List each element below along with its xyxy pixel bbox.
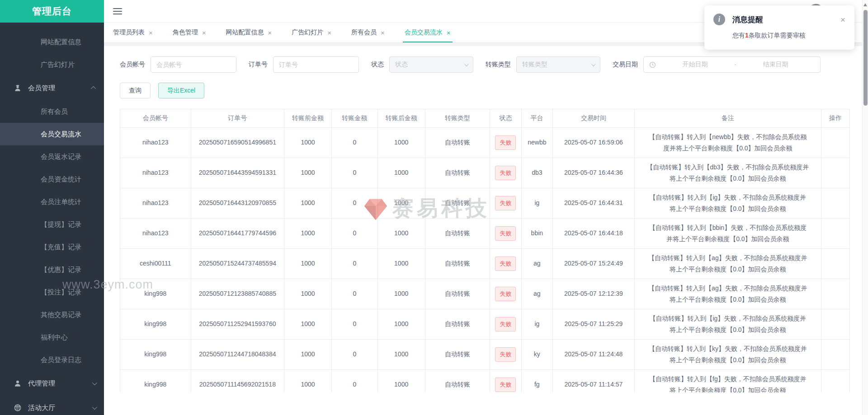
tab-5[interactable]: 会员交易流水× — [405, 23, 451, 42]
vertical-scrollbar[interactable] — [862, 0, 868, 415]
sidebar-section-2[interactable]: 会员管理 — [0, 76, 104, 100]
sidebar-item-13[interactable]: 福利中心 — [0, 326, 104, 349]
close-icon[interactable]: × — [840, 15, 845, 24]
chevron-down-icon — [591, 62, 596, 66]
export-excel-button[interactable]: 导出Excel — [158, 83, 204, 98]
sidebar-item-3[interactable]: 所有会员 — [0, 100, 104, 123]
cell-time: 2025-05-07 11:24:48 — [553, 340, 635, 370]
query-button[interactable]: 查询 — [120, 83, 151, 98]
status-select[interactable]: 状态 — [389, 56, 473, 73]
cell-account: king998 — [120, 370, 191, 393]
cell-status: 失败 — [490, 158, 521, 188]
cell-action — [821, 370, 849, 393]
sidebar-item-8[interactable]: 【提现】记录 — [0, 213, 104, 236]
activity-hall-icon — [14, 404, 22, 412]
app-title: 管理后台 — [0, 0, 104, 23]
sidebar-item-1[interactable]: 广告幻灯片 — [0, 53, 104, 76]
status-badge: 失败 — [495, 378, 516, 392]
date-range-picker[interactable]: 开始日期 - 结束日期 — [643, 56, 821, 73]
sidebar-nav: 网站配置信息广告幻灯片会员管理所有会员会员交易流水会员返水记录会员资金统计会员注… — [0, 23, 104, 415]
cell-after_amount: 1000 — [377, 128, 425, 158]
cell-account: nihao123 — [120, 188, 191, 219]
status-badge: 失败 — [495, 166, 516, 180]
status-label: 状态 — [371, 61, 384, 69]
tab-label: 管理员列表 — [113, 28, 145, 37]
close-icon[interactable]: × — [149, 29, 153, 37]
sidebar-section-16[interactable]: 活动大厅 — [0, 396, 104, 415]
column-header: 会员帐号 — [120, 109, 191, 128]
cell-order: 2025050711145692021518 — [191, 370, 284, 393]
cell-remark: 【自动转账】转入到【bbin】失败，不扣除会员系统额度并将上个平台剩余额度【0.… — [634, 219, 821, 249]
column-header: 备注 — [634, 109, 821, 128]
menu-toggle-icon[interactable] — [113, 6, 122, 16]
sidebar-item-11[interactable]: 【投注】记录 — [0, 281, 104, 303]
date-label: 交易日期 — [613, 61, 638, 69]
account-input[interactable] — [151, 56, 236, 73]
close-icon[interactable]: × — [327, 29, 331, 37]
column-header: 交易时间 — [553, 109, 635, 128]
cell-time: 2025-05-07 16:44:18 — [553, 219, 635, 249]
cell-platform: fg — [521, 370, 552, 393]
sidebar-section-15[interactable]: 代理管理 — [0, 371, 104, 396]
sidebar-section-label: 代理管理 — [28, 379, 55, 388]
sidebar-item-7[interactable]: 会员注单统计 — [0, 191, 104, 213]
sidebar-section-label: 活动大厅 — [28, 404, 55, 412]
filter-account: 会员帐号 — [120, 56, 236, 73]
sidebar-item-6[interactable]: 会员资金统计 — [0, 168, 104, 191]
sidebar-item-10[interactable]: 【优惠】记录 — [0, 258, 104, 281]
tab-0[interactable]: 管理员列表× — [113, 23, 153, 42]
tab-label: 广告幻灯片 — [292, 28, 323, 37]
scrollbar-thumb[interactable] — [863, 10, 868, 106]
sidebar-item-9[interactable]: 【充值】记录 — [0, 236, 104, 258]
cell-status: 失败 — [490, 219, 521, 249]
cell-platform: ig — [521, 188, 552, 219]
close-icon[interactable]: × — [381, 29, 385, 37]
cell-order: 2025050715244737485594 — [191, 249, 284, 279]
cell-action — [821, 279, 849, 309]
sidebar-item-4[interactable]: 会员交易流水 — [0, 123, 104, 145]
table-header-row: 会员帐号订单号转账前金额转账金额转账后金额转账类型状态平台交易时间备注操作 — [120, 109, 850, 128]
close-icon[interactable]: × — [268, 29, 272, 37]
cell-action — [821, 249, 849, 279]
tab-label: 所有会员 — [351, 28, 377, 37]
close-icon[interactable]: × — [202, 29, 206, 37]
tab-label: 角色管理 — [173, 28, 198, 37]
cell-action — [821, 219, 849, 249]
cell-type: 自动转账 — [425, 249, 490, 279]
sidebar-item-0[interactable]: 网站配置信息 — [0, 31, 104, 53]
cell-time: 2025-05-07 16:44:36 — [553, 158, 635, 188]
sidebar-item-12[interactable]: 其他交易记录 — [0, 303, 104, 326]
column-header: 转账金额 — [332, 109, 378, 128]
sidebar-item-5[interactable]: 会员返水记录 — [0, 145, 104, 168]
cell-before_amount: 1000 — [284, 249, 332, 279]
cell-platform: ag — [521, 279, 552, 309]
cell-type: 自动转账 — [425, 128, 490, 158]
scroll-up-arrow-icon[interactable] — [863, 3, 867, 6]
column-header: 平台 — [521, 109, 552, 128]
sidebar-item-14[interactable]: 会员登录日志 — [0, 349, 104, 371]
close-icon[interactable]: × — [447, 29, 451, 37]
cell-time: 2025-05-07 11:14:57 — [553, 370, 635, 393]
cell-account: nihao123 — [120, 158, 191, 188]
filter-transfer-type: 转账类型 转账类型 — [486, 56, 600, 73]
cell-account: king998 — [120, 309, 191, 340]
cell-time: 2025-05-07 11:25:29 — [553, 309, 635, 340]
filter-order: 订单号 — [249, 56, 359, 73]
notification-message: 您有1条取款订单需要审核 — [732, 32, 845, 40]
tab-1[interactable]: 角色管理× — [173, 23, 206, 42]
status-badge: 失败 — [495, 226, 516, 240]
cell-account: nihao123 — [120, 128, 191, 158]
tab-4[interactable]: 所有会员× — [351, 23, 385, 42]
cell-after_amount: 1000 — [377, 309, 425, 340]
transfer-type-select[interactable]: 转账类型 — [516, 56, 600, 73]
filter-status: 状态 状态 — [371, 56, 473, 73]
order-input[interactable] — [273, 56, 359, 73]
cell-after_amount: 1000 — [377, 340, 425, 370]
cell-time: 2025-05-07 12:12:39 — [553, 279, 635, 309]
tab-3[interactable]: 广告幻灯片× — [292, 23, 331, 42]
cell-type: 自动转账 — [425, 188, 490, 219]
cell-amount: 0 — [332, 340, 378, 370]
cell-action — [821, 188, 849, 219]
tab-2[interactable]: 网站配置信息× — [226, 23, 272, 42]
filter-date: 交易日期 开始日期 - 结束日期 — [613, 56, 821, 73]
